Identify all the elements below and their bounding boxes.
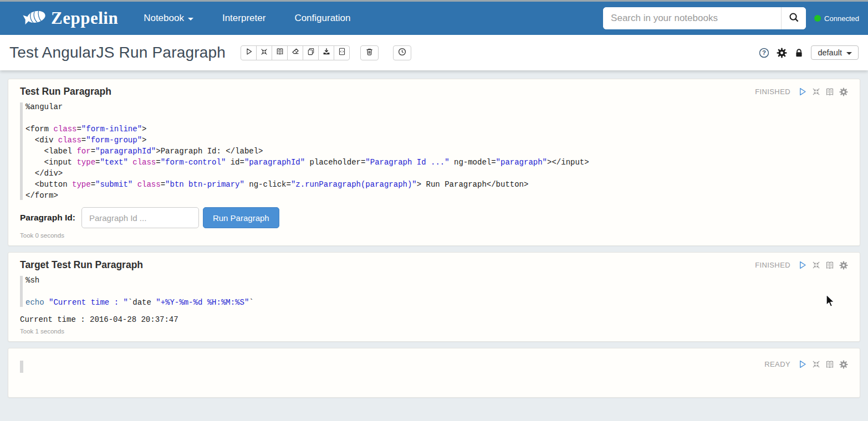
run-all-button[interactable] — [241, 45, 257, 60]
status-badge: FINISHED — [755, 88, 790, 96]
menu-notebook[interactable]: Notebook — [144, 13, 193, 24]
code-export-button[interactable] — [334, 45, 350, 60]
help-icon[interactable] — [759, 48, 769, 58]
clone-icon — [307, 48, 315, 58]
shrink-icon — [261, 48, 268, 58]
zeppelin-blimp-icon — [22, 7, 48, 30]
editor-gutter — [20, 276, 23, 307]
play-icon[interactable] — [798, 260, 807, 270]
angular-result-form: Paragraph Id: Run Paragraph — [20, 207, 848, 228]
gear-icon[interactable] — [839, 261, 848, 270]
paragraph-title: Test Run Paragraph — [20, 86, 111, 97]
chevron-down-icon — [846, 52, 852, 55]
paragraph-2: Target Test Run Paragraph FINISHED %sh e… — [8, 252, 860, 342]
zeppelin-logo[interactable]: Zeppelin — [22, 7, 118, 30]
run-paragraph-button[interactable]: Run Paragraph — [203, 207, 279, 228]
gear-icon[interactable] — [839, 360, 848, 369]
book-icon[interactable] — [825, 88, 834, 96]
paragraph-id-label: Paragraph Id: — [20, 213, 75, 223]
connected-dot-icon — [814, 15, 821, 22]
settings-gear-icon[interactable] — [777, 48, 787, 58]
status-badge: FINISHED — [755, 261, 790, 269]
editor-gutter — [20, 361, 23, 373]
code-editor[interactable]: %angular <form class="form-inline"> <div… — [20, 101, 848, 201]
gear-icon[interactable] — [839, 88, 848, 96]
notebook-search — [603, 7, 806, 29]
editor-gutter — [20, 102, 23, 200]
menu-configuration[interactable]: Configuration — [294, 13, 350, 24]
lock-icon[interactable] — [794, 48, 804, 58]
note-content: Test Run Paragraph FINISHED %angular <fo… — [0, 70, 868, 398]
collapse-code-button[interactable] — [256, 45, 272, 60]
book-icon — [276, 48, 284, 58]
paragraph-3[interactable]: READY — [8, 348, 860, 398]
paragraph-1: Test Run Paragraph FINISHED %angular <fo… — [8, 79, 860, 246]
paragraph-output: Current time : 2016-04-28 20:37:47 — [20, 315, 848, 324]
connection-status: Connected — [814, 14, 859, 23]
export-note-button[interactable] — [318, 45, 334, 60]
paragraph-id-input[interactable] — [81, 207, 199, 228]
note-toolbar — [241, 45, 350, 60]
took-label: Took 0 seconds — [20, 232, 848, 239]
search-button[interactable] — [781, 7, 806, 29]
clone-note-button[interactable] — [303, 45, 319, 60]
play-icon[interactable] — [798, 360, 807, 369]
eraser-icon — [292, 48, 299, 58]
clear-output-button[interactable] — [287, 45, 303, 60]
book-icon[interactable] — [825, 261, 834, 270]
play-icon[interactable] — [798, 87, 807, 96]
note-title[interactable]: Test AngularJS Run Paragraph — [9, 44, 226, 61]
chevron-down-icon — [188, 18, 193, 20]
paragraph-controls: FINISHED — [755, 260, 848, 270]
paragraph-controls: READY — [764, 360, 848, 369]
show-output-button[interactable] — [272, 45, 288, 60]
brand-name: Zeppelin — [51, 8, 118, 28]
search-icon — [789, 12, 799, 24]
delete-note-button[interactable] — [360, 45, 379, 60]
code-editor[interactable]: %sh echo "Current time : "`date "+%Y-%m-… — [20, 275, 848, 308]
shrink-icon[interactable] — [812, 360, 820, 368]
search-input[interactable] — [603, 7, 781, 29]
code-export-icon — [338, 48, 346, 58]
connection-label: Connected — [824, 14, 859, 23]
menu-interpreter[interactable]: Interpreter — [222, 13, 265, 24]
run-all-icon — [245, 48, 253, 58]
main-menu: Notebook Interpreter Configuration — [144, 13, 350, 24]
scheduler-button[interactable] — [393, 45, 411, 60]
clock-icon — [398, 48, 406, 58]
paragraph-controls: FINISHED — [755, 87, 848, 96]
trash-icon — [365, 48, 374, 58]
navbar: Zeppelin Notebook Interpreter Configurat… — [0, 0, 868, 35]
download-icon — [323, 48, 330, 58]
status-badge: READY — [764, 360, 790, 368]
note-header: Test AngularJS Run Paragraph default — [0, 35, 868, 70]
book-icon[interactable] — [825, 360, 834, 369]
shrink-icon[interactable] — [812, 88, 820, 96]
paragraph-title: Target Test Run Paragraph — [20, 259, 143, 271]
note-header-right: default — [759, 45, 859, 60]
interpreter-binding-dropdown[interactable]: default — [811, 45, 859, 60]
shrink-icon[interactable] — [812, 261, 820, 269]
took-label: Took 1 seconds — [20, 328, 848, 335]
